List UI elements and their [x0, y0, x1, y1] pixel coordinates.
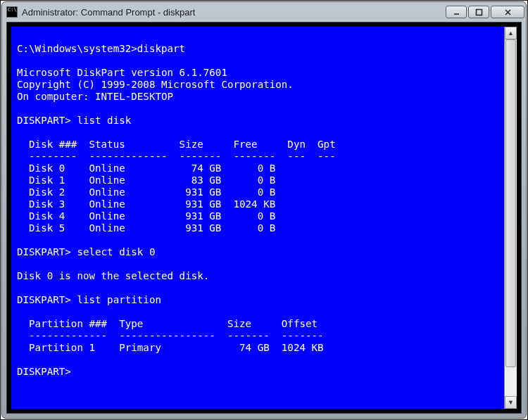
command-prompt-window: Administrator: Command Prompt - diskpart… [1, 1, 527, 419]
window-title: Administrator: Command Prompt - diskpart [22, 7, 444, 18]
close-button[interactable] [491, 6, 524, 18]
scroll-up-button[interactable]: ▲ [505, 27, 517, 39]
maximize-button[interactable] [468, 6, 489, 18]
client-area: C:\Windows\system32>diskpart Microsoft D… [6, 22, 522, 414]
svg-rect-1 [476, 9, 482, 15]
minimize-icon [453, 8, 460, 16]
scroll-down-button[interactable]: ▼ [505, 396, 517, 409]
close-icon [504, 8, 512, 16]
scroll-thumb[interactable] [505, 39, 516, 367]
vertical-scrollbar[interactable]: ▲ ▼ [504, 27, 517, 409]
window-controls [444, 6, 524, 18]
cmd-icon [6, 6, 18, 18]
maximize-icon [475, 8, 483, 16]
terminal-output[interactable]: C:\Windows\system32>diskpart Microsoft D… [11, 27, 504, 409]
scroll-track[interactable] [505, 39, 517, 396]
minimize-button[interactable] [446, 6, 467, 18]
titlebar[interactable]: Administrator: Command Prompt - diskpart [2, 2, 526, 22]
